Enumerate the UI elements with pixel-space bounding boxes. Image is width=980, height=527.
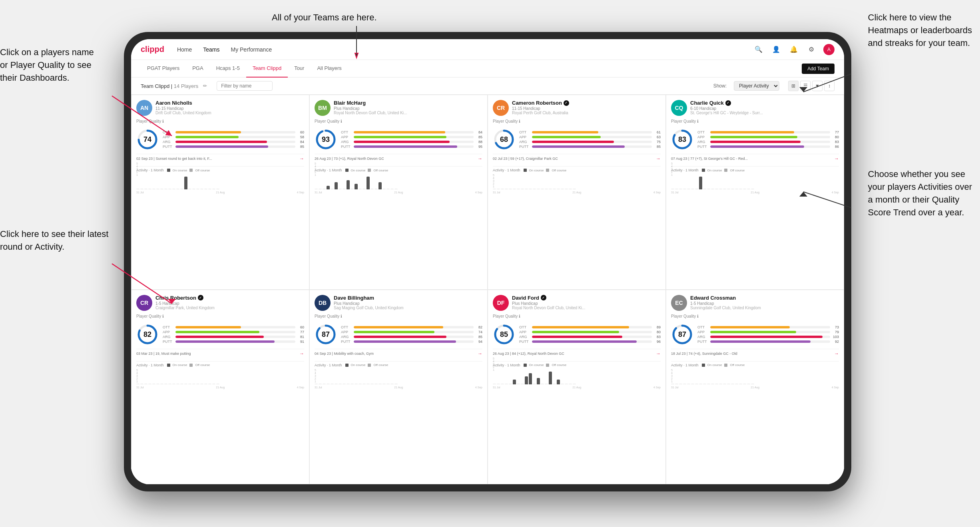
- tab-pga[interactable]: PGA: [186, 60, 209, 78]
- player-name[interactable]: Dave Billingham: [334, 295, 482, 301]
- tab-hcaps[interactable]: Hcaps 1-5: [210, 60, 246, 78]
- show-select[interactable]: Player Activity: [734, 81, 779, 91]
- stat-bar: [532, 336, 622, 338]
- player-avatar[interactable]: CQ: [671, 100, 687, 116]
- quality-circle[interactable]: 82: [136, 323, 159, 346]
- settings-icon[interactable]: ⚙: [806, 44, 817, 55]
- filter-icon[interactable]: ▼: [812, 81, 823, 91]
- add-team-button[interactable]: Add Team: [802, 64, 835, 74]
- player-name[interactable]: Charlie Quick ✓: [690, 100, 839, 106]
- stat-bar: [710, 131, 794, 133]
- clippd-logo[interactable]: clippd: [141, 45, 164, 54]
- player-name[interactable]: Chris Robertson ✓: [155, 295, 304, 301]
- list-view-icon[interactable]: ☰: [800, 81, 811, 91]
- tab-all-players[interactable]: All Players: [311, 60, 348, 78]
- user-avatar[interactable]: A: [823, 44, 835, 55]
- chart-bar: [751, 384, 754, 384]
- player-name[interactable]: Cameron Robertson ✓: [512, 100, 661, 106]
- search-icon[interactable]: 🔍: [753, 44, 764, 55]
- player-info: Dave Billingham Plus Handicap Sag Maging…: [334, 295, 482, 310]
- stat-value: 80: [832, 135, 839, 139]
- quality-circle[interactable]: 87: [315, 323, 337, 346]
- stat-bar: [710, 326, 790, 328]
- stat-value: 94: [475, 340, 482, 344]
- latest-round[interactable]: 04 Sep 23 | Mobility with coach, Gym →: [315, 349, 482, 358]
- chart-bar: [196, 384, 199, 384]
- verified-badge: ✓: [725, 100, 731, 106]
- person-icon[interactable]: 👤: [771, 44, 782, 55]
- edit-icon[interactable]: ✏: [203, 83, 207, 89]
- chart-bar: [739, 384, 742, 384]
- player-avatar[interactable]: BM: [315, 100, 331, 116]
- player-avatar[interactable]: DB: [315, 295, 331, 311]
- bell-icon[interactable]: 🔔: [788, 44, 799, 55]
- chart-label-start: 31 Jul: [136, 386, 144, 389]
- stat-value: 91: [297, 340, 304, 344]
- quality-circle[interactable]: 74: [136, 128, 159, 151]
- chart-label-end: 4 Sep: [297, 386, 304, 389]
- player-name[interactable]: Aaron Nicholls: [155, 100, 304, 106]
- chart-labels: 31 Jul 21 Aug 4 Sep: [671, 386, 839, 389]
- player-avatar[interactable]: EC: [671, 295, 687, 311]
- off-course-label: Off course: [195, 363, 210, 367]
- nav-home[interactable]: Home: [177, 46, 192, 53]
- team-header: Team Clippd | 14 Players ✏ Show: Player …: [131, 78, 844, 95]
- verified-badge: ✓: [541, 295, 546, 300]
- stat-bar-container: [175, 145, 295, 148]
- stat-bar-container: [175, 340, 295, 343]
- stat-bar-container: [710, 131, 830, 133]
- chart-bar: [315, 189, 318, 189]
- chart-bar: [695, 189, 698, 189]
- chart-bar: [347, 384, 350, 384]
- player-avatar[interactable]: CR: [493, 100, 509, 116]
- chart-bar: [370, 189, 374, 189]
- nav-my-performance[interactable]: My Performance: [231, 46, 272, 53]
- grid-view-icon[interactable]: ⊞: [788, 81, 799, 91]
- latest-round[interactable]: 07 Aug 23 | 77 (+7), St George's Hill GC…: [671, 154, 839, 163]
- latest-round[interactable]: 18 Jul 23 | 74 (+4), Sunningdale GC - Ol…: [671, 349, 839, 358]
- quality-circle[interactable]: 85: [493, 323, 515, 346]
- activity-title: Activity · 1 Month: [493, 168, 520, 172]
- chart-bar: [695, 384, 698, 384]
- tab-pgat[interactable]: PGAT Players: [141, 60, 186, 78]
- chart-bar: [176, 384, 179, 384]
- chart-bar: [351, 384, 354, 384]
- latest-round[interactable]: 26 Aug 23 | 73 (+1), Royal North Devon G…: [315, 154, 482, 163]
- latest-round[interactable]: 03 Mar 23 | 19, Must make putting →: [136, 349, 304, 358]
- latest-round[interactable]: 02 Sep 23 | Sunset round to get back int…: [136, 154, 304, 163]
- chart-bar: [509, 189, 512, 189]
- stat-row-ott: OTT 82: [341, 325, 482, 329]
- chart-bar: [323, 189, 326, 189]
- nav-teams[interactable]: Teams: [203, 46, 219, 53]
- chart-area: 54321: [493, 369, 661, 389]
- player-handicap: Plus Handicap: [334, 301, 482, 306]
- quality-circle[interactable]: 68: [493, 128, 515, 151]
- nav-icons: 🔍 👤 🔔 ⚙ A: [753, 44, 835, 55]
- stats-grid: OTT 73 APP 79 ARG 103 PUTT: [697, 325, 839, 344]
- stat-row-ott: OTT 60: [163, 325, 304, 329]
- player-name[interactable]: Edward Crossman: [690, 295, 839, 301]
- chart-bar: [557, 189, 560, 189]
- sort-icon[interactable]: ↕: [824, 81, 835, 91]
- player-avatar[interactable]: AN: [136, 100, 152, 116]
- quality-circle[interactable]: 93: [315, 128, 337, 151]
- player-avatar[interactable]: CR: [136, 295, 152, 311]
- chart-bar: [140, 384, 143, 384]
- tab-tour[interactable]: Tour: [288, 60, 311, 78]
- quality-circle[interactable]: 87: [671, 323, 693, 346]
- quality-circle[interactable]: 83: [671, 128, 693, 151]
- chart-bar: [370, 384, 374, 384]
- stat-label: APP: [697, 135, 709, 139]
- player-name[interactable]: Blair McHarg: [334, 100, 482, 106]
- player-avatar[interactable]: DF: [493, 295, 509, 311]
- chart-bar: [200, 384, 203, 384]
- player-name[interactable]: David Ford ✓: [512, 295, 661, 301]
- latest-round[interactable]: 02 Jul 23 | 59 (+17), Craigmillar Park G…: [493, 154, 661, 163]
- chart-bar: [545, 384, 548, 384]
- tab-team-clippd[interactable]: Team Clippd: [246, 60, 288, 78]
- player-header: EC Edward Crossman 1-5 Handicap Sunningd…: [671, 295, 839, 311]
- chart-bar: [719, 189, 722, 189]
- on-course-dot: [702, 364, 705, 367]
- team-search-input[interactable]: [217, 81, 273, 91]
- latest-round[interactable]: 26 Aug 23 | 84 (+12), Royal North Devon …: [493, 349, 661, 358]
